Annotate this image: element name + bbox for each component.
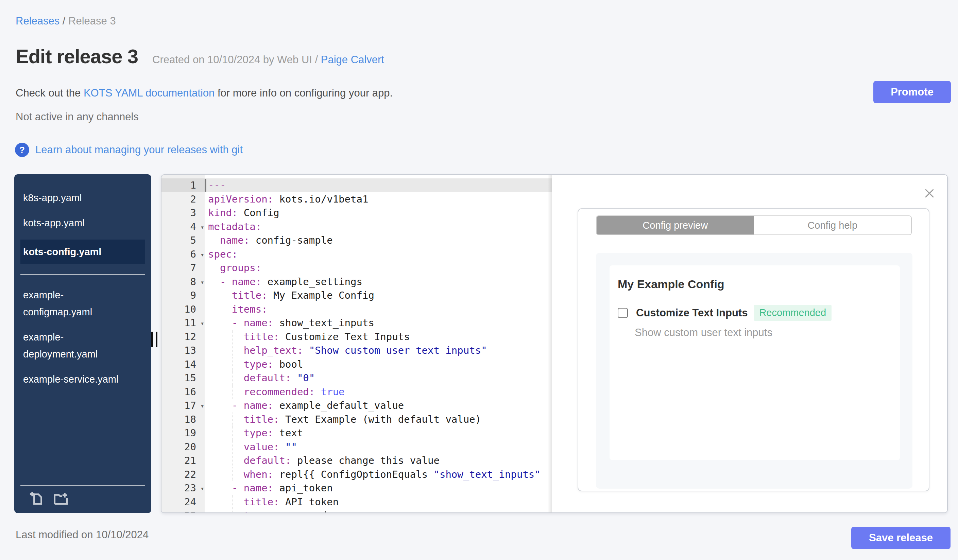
code-content: type: bool (205, 358, 552, 372)
fold-arrow-icon[interactable]: ▾ (201, 481, 204, 495)
code-line-2[interactable]: 2apiVersion: kots.io/v1beta1 (162, 192, 552, 206)
customize-text-inputs-checkbox[interactable] (618, 308, 628, 318)
code-line-8[interactable]: 8▾ - name: example_settings (162, 275, 552, 289)
indent-guide (232, 454, 233, 468)
code-line-19[interactable]: 19 type: text (162, 426, 552, 440)
tab-config-preview[interactable]: Config preview (596, 216, 754, 234)
preview-tabs: Config previewConfig help (596, 215, 912, 235)
code-line-14[interactable]: 14 type: bool (162, 358, 552, 372)
breadcrumb: Releases / Release 3 (16, 15, 116, 27)
close-icon[interactable] (924, 188, 935, 199)
doc-suffix: for more info on configuring your app. (214, 87, 393, 99)
doc-prefix: Check out the (16, 87, 84, 99)
indent-guide (232, 440, 233, 454)
gutter-line-number: 22 (162, 468, 205, 481)
fold-arrow-icon[interactable]: ▾ (201, 275, 204, 289)
new-folder-icon[interactable] (53, 491, 69, 506)
code-line-4[interactable]: 4▾metadata: (162, 220, 552, 234)
gutter-line-number: 8▾ (162, 275, 205, 289)
code-content: type: text (205, 426, 552, 440)
file-sidebar: k8s-app.yamlkots-app.yamlkots-config.yam… (14, 174, 151, 513)
code-line-3[interactable]: 3kind: Config (162, 206, 552, 220)
title-row: Edit release 3 Created on 10/10/2024 by … (16, 45, 384, 68)
git-releases-link[interactable]: Learn about managing your releases with … (35, 144, 243, 156)
gutter-line-number: 21 (162, 454, 205, 468)
yaml-code-editor[interactable]: 1---2apiVersion: kots.io/v1beta13kind: C… (162, 175, 552, 513)
fold-arrow-icon[interactable]: ▾ (201, 248, 204, 262)
sidebar-resize-handle-bar-2[interactable] (156, 332, 157, 347)
sidebar-divider (21, 274, 145, 275)
text-cursor (205, 179, 206, 191)
code-line-24[interactable]: 24 title: API token (162, 495, 552, 509)
gutter-line-number: 1 (162, 179, 205, 192)
sidebar-item-kots-app.yaml[interactable]: kots-app.yaml (23, 214, 125, 231)
channel-status: Not active in any channels (16, 111, 139, 123)
code-line-23[interactable]: 23▾ - name: api_token (162, 481, 552, 495)
breadcrumb-releases-link[interactable]: Releases (16, 15, 59, 27)
sidebar-item-example-service.yaml[interactable]: example-service.yaml (23, 371, 125, 388)
code-line-18[interactable]: 18 title: Text Example (with default val… (162, 413, 552, 426)
promote-button[interactable]: Promote (873, 81, 951, 103)
created-info: Created on 10/10/2024 by Web UI / Paige … (152, 54, 384, 66)
code-line-17[interactable]: 17▾ - name: example_default_value (162, 399, 552, 413)
gutter-line-number: 5 (162, 233, 205, 247)
code-content: - name: show_text_inputs (205, 316, 552, 330)
code-content: - name: example_settings (205, 275, 552, 289)
gutter-line-number: 7 (162, 261, 205, 275)
code-line-5[interactable]: 5 name: config-sample (162, 233, 552, 247)
sidebar-item-kots-config.yaml[interactable]: kots-config.yaml (21, 240, 145, 264)
code-content: help_text: "Show custom user text inputs… (205, 343, 552, 358)
sidebar-resize-handle-bar-1[interactable] (151, 332, 153, 347)
code-line-7[interactable]: 7 groups: (162, 261, 552, 275)
preview-card: Config previewConfig help My Example Con… (577, 208, 929, 491)
code-line-1[interactable]: 1--- (162, 179, 552, 192)
fold-arrow-icon[interactable]: ▾ (201, 399, 204, 413)
indent-guide (232, 343, 233, 358)
code-line-20[interactable]: 20 value: "" (162, 440, 552, 454)
code-line-10[interactable]: 10 items: (162, 302, 552, 316)
gutter-line-number: 17▾ (162, 399, 205, 413)
sidebar-bottom-divider (21, 485, 145, 486)
author-link[interactable]: Paige Calvert (321, 54, 384, 66)
gutter-line-number: 4▾ (162, 220, 205, 234)
code-line-6[interactable]: 6▾spec: (162, 247, 552, 261)
indent-guide (232, 371, 233, 385)
gutter-line-number: 24 (162, 495, 205, 509)
sidebar-item-k8s-app.yaml[interactable]: k8s-app.yaml (23, 189, 125, 206)
new-file-icon[interactable] (29, 491, 45, 506)
code-line-15[interactable]: 15 default: "0" (162, 371, 552, 385)
indent-guide (232, 495, 233, 509)
gutter-line-number: 10 (162, 302, 205, 316)
edit-release-page: Releases / Release 3 Edit release 3 Crea… (0, 0, 958, 560)
fold-arrow-icon[interactable]: ▾ (201, 316, 204, 330)
code-line-9[interactable]: 9 title: My Example Config (162, 288, 552, 302)
code-line-25[interactable]: 25 type: password (162, 509, 552, 513)
code-content: items: (205, 302, 552, 316)
code-line-22[interactable]: 22 when: repl{{ ConfigOptionEquals "show… (162, 468, 552, 481)
breadcrumb-separator: / (59, 15, 68, 27)
code-line-11[interactable]: 11▾ - name: show_text_inputs (162, 316, 552, 330)
code-line-13[interactable]: 13 help_text: "Show custom user text inp… (162, 343, 552, 358)
tab-config-help[interactable]: Config help (754, 216, 911, 234)
fold-arrow-icon[interactable]: ▾ (201, 220, 204, 234)
save-release-button[interactable]: Save release (851, 527, 950, 549)
git-help-row: ? Learn about managing your releases wit… (15, 143, 243, 157)
code-content: type: password (205, 509, 552, 513)
code-line-16[interactable]: 16 recommended: true (162, 385, 552, 399)
gutter-line-number: 15 (162, 371, 205, 385)
code-content: title: API token (205, 495, 552, 509)
gutter-line-number: 12 (162, 330, 205, 344)
code-content: kind: Config (205, 206, 552, 220)
sidebar-item-example-configmap.yaml[interactable]: example-configmap.yaml (23, 286, 125, 320)
sidebar-item-example-deployment.yaml[interactable]: example-deployment.yaml (23, 329, 125, 362)
code-content: value: "" (205, 440, 552, 454)
question-circle-icon: ? (15, 143, 29, 157)
kots-yaml-doc-link[interactable]: KOTS YAML documentation (84, 87, 214, 99)
code-line-21[interactable]: 21 default: please change this value (162, 454, 552, 468)
gutter-line-number: 14 (162, 358, 205, 372)
gutter-line-number: 16 (162, 385, 205, 399)
breadcrumb-current: Release 3 (68, 15, 116, 27)
code-content: title: Customize Text Inputs (205, 330, 552, 344)
code-line-12[interactable]: 12 title: Customize Text Inputs (162, 330, 552, 344)
config-item-help: Show custom user text inputs (635, 327, 772, 339)
